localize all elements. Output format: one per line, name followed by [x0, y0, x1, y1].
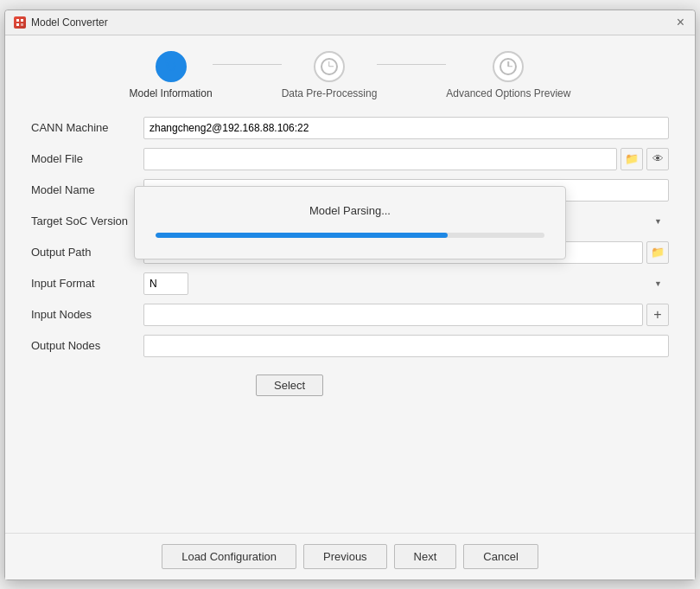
- main-window: Model Converter × ↻ Model Information Da…: [4, 10, 696, 580]
- model-name-label: Model Name: [31, 183, 143, 196]
- input-format-select[interactable]: N NCHW NHWC: [143, 272, 188, 295]
- plus-icon: +: [653, 308, 661, 322]
- next-button[interactable]: Next: [394, 544, 457, 569]
- output-nodes-input-group: [143, 335, 669, 357]
- model-file-label: Model File: [31, 152, 143, 165]
- select-button[interactable]: Select: [256, 375, 323, 396]
- form-content: CANN Machine Model File 📁 👁 Model Name: [5, 108, 695, 533]
- previous-button[interactable]: Previous: [303, 544, 387, 569]
- input-format-select-wrapper: N NCHW NHWC: [143, 272, 669, 295]
- cancel-button[interactable]: Cancel: [463, 544, 538, 569]
- step-1-label: Model Information: [130, 87, 213, 99]
- output-nodes-label: Output Nodes: [31, 339, 143, 352]
- footer: Load Configuration Previous Next Cancel: [5, 533, 695, 579]
- window-title: Model Converter: [31, 16, 108, 29]
- close-button[interactable]: ×: [675, 16, 686, 29]
- input-nodes-row: Input Nodes +: [31, 304, 669, 326]
- refresh-icon: ↻: [164, 57, 177, 76]
- output-nodes-input[interactable]: [143, 335, 669, 357]
- input-nodes-input-group: +: [143, 304, 669, 326]
- step-line-1: [213, 64, 282, 65]
- step-advanced: Advanced Options Preview: [446, 51, 570, 99]
- cann-machine-label: CANN Machine: [31, 121, 143, 134]
- progress-bar-fill: [156, 233, 448, 238]
- model-file-input[interactable]: [143, 148, 617, 170]
- load-config-button[interactable]: Load Configuration: [162, 544, 296, 569]
- svg-rect-1: [21, 19, 23, 22]
- select-btn-container: Select: [143, 366, 669, 396]
- step-model-info: ↻ Model Information: [130, 51, 213, 99]
- step-1-circle: ↻: [156, 51, 187, 82]
- eye-icon: 👁: [652, 152, 664, 165]
- clock-icon-2: [500, 58, 517, 75]
- clock-icon-1: [321, 58, 338, 75]
- cann-machine-row: CANN Machine: [31, 117, 669, 139]
- title-bar: Model Converter ×: [5, 10, 695, 35]
- input-nodes-input[interactable]: [143, 304, 643, 326]
- step-2-circle: [314, 51, 345, 82]
- step-line-2: [377, 64, 446, 65]
- step-data-pre: Data Pre-Processing: [282, 51, 378, 99]
- model-file-eye-btn[interactable]: 👁: [646, 148, 669, 170]
- target-soc-label: Target SoC Version: [31, 214, 143, 227]
- stepper: ↻ Model Information Data Pre-Processing …: [5, 35, 695, 108]
- output-path-folder-btn[interactable]: 📁: [646, 241, 669, 264]
- title-bar-left: Model Converter: [14, 16, 108, 29]
- svg-rect-3: [21, 23, 23, 26]
- output-path-label: Output Path: [31, 246, 143, 259]
- input-format-row: Input Format N NCHW NHWC: [31, 272, 669, 295]
- model-parsing-dialog: Model Parsing...: [134, 186, 566, 259]
- model-file-input-group: 📁 👁: [143, 148, 669, 170]
- modal-title: Model Parsing...: [156, 204, 544, 217]
- svg-rect-2: [16, 23, 19, 26]
- model-file-row: Model File 📁 👁: [31, 148, 669, 170]
- cann-machine-input[interactable]: [143, 117, 669, 139]
- output-nodes-row: Output Nodes: [31, 335, 669, 357]
- folder-icon-2: 📁: [651, 246, 665, 259]
- svg-rect-0: [16, 19, 19, 22]
- input-nodes-add-btn[interactable]: +: [646, 304, 669, 326]
- step-3-label: Advanced Options Preview: [446, 87, 570, 99]
- input-format-label: Input Format: [31, 277, 143, 290]
- step-2-label: Data Pre-Processing: [282, 87, 378, 99]
- progress-bar-container: [156, 233, 544, 238]
- folder-icon: 📁: [625, 152, 639, 165]
- step-3-circle: [493, 51, 524, 82]
- model-file-folder-btn[interactable]: 📁: [620, 148, 643, 170]
- input-nodes-label: Input Nodes: [31, 308, 143, 321]
- app-icon: [14, 16, 26, 29]
